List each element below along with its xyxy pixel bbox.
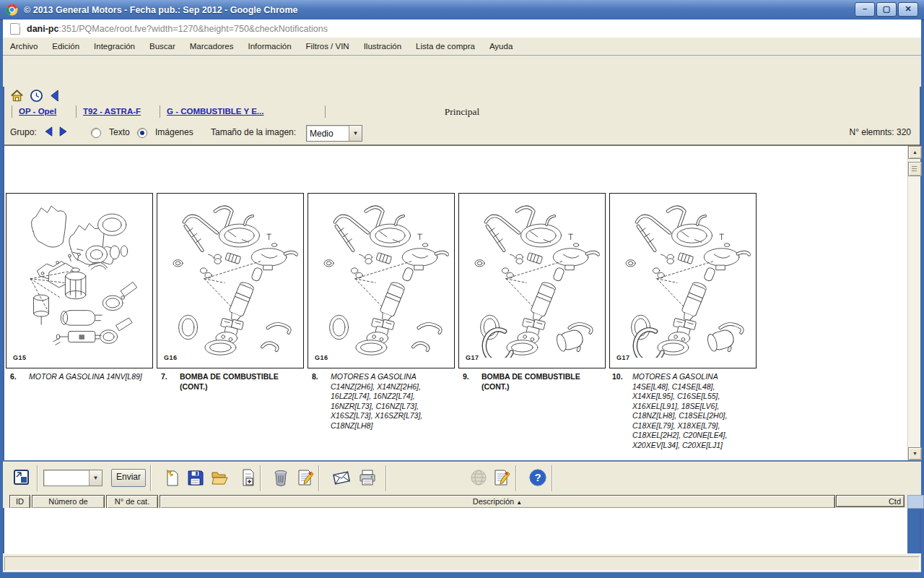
window-controls: – ▢ ✕ <box>855 2 918 17</box>
menu-ayuda[interactable]: Ayuda <box>482 42 520 51</box>
url-text[interactable]: dani-pc:351/PQMace/root.fve?width=1270&h… <box>27 24 328 34</box>
thumbnail-9[interactable]: G17 <box>458 193 606 368</box>
back-arrow-icon[interactable] <box>49 89 60 103</box>
radio-imagenes-label: Imágenes <box>155 127 193 137</box>
caption-number: 6. <box>10 372 27 381</box>
list-select-arrow-icon[interactable]: ▼ <box>89 470 102 486</box>
edit-list-icon[interactable] <box>296 468 315 487</box>
new-list-icon[interactable] <box>162 468 181 487</box>
figure-label: G15 <box>13 354 27 361</box>
caption-text: MOTORES A GASOLINA C14NZ[2H6], X14NZ[2H6… <box>331 372 450 431</box>
exploded-diagram <box>159 195 300 358</box>
globe-icon <box>469 468 488 487</box>
page-icon <box>10 23 20 35</box>
scroll-up-button[interactable]: ▲ <box>908 146 922 159</box>
radio-texto[interactable] <box>91 128 101 138</box>
menu-edicion[interactable]: Edición <box>45 42 87 51</box>
parts-table-header: ID Número de refacción N° de cat. Descri… <box>3 494 921 508</box>
open-icon[interactable] <box>210 468 229 487</box>
status-panel <box>4 556 920 571</box>
breadcrumb-make[interactable]: OP - Opel <box>19 107 56 116</box>
radio-imagenes[interactable] <box>137 128 147 138</box>
image-size-label: Tamaño de la imagen: <box>211 127 296 137</box>
thumbnail-6[interactable]: G15 <box>6 193 153 368</box>
notes-icon[interactable] <box>492 468 511 487</box>
url-path: :351/PQMace/root.fve?width=1270&height=7… <box>58 24 327 34</box>
scroll-down-button[interactable]: ▼ <box>908 447 922 460</box>
exploded-diagram <box>310 195 451 358</box>
col-header-description[interactable]: Descripción ▲ <box>160 495 835 509</box>
delete-icon[interactable] <box>271 468 290 487</box>
main-toolbar: VIN: ▼ Filtro activado Filtro UltraVIN a… <box>3 56 921 87</box>
breadcrumb-model[interactable]: T92 - ASTRA-F <box>83 107 141 116</box>
table-scrollbar-filler <box>907 495 924 509</box>
save-icon[interactable] <box>186 468 205 487</box>
detach-window-icon[interactable] <box>12 468 31 487</box>
print-icon[interactable] <box>358 468 377 487</box>
exploded-diagram <box>611 195 753 358</box>
menu-integracion[interactable]: Integración <box>87 42 142 51</box>
parts-table-body <box>4 508 907 553</box>
menu-bar: Archivo Edición Integración Buscar Marca… <box>3 38 921 56</box>
send-button[interactable]: Enviar <box>111 469 146 487</box>
col-header-qty[interactable]: Ctd <box>836 495 905 507</box>
col-header-id[interactable]: ID <box>9 495 30 509</box>
group-label: Grupo: <box>10 127 37 137</box>
url-host: dani-pc <box>27 24 58 34</box>
address-bar[interactable]: dani-pc:351/PQMace/root.fve?width=1270&h… <box>3 20 921 38</box>
image-size-select[interactable]: Medio ▼ <box>306 125 362 142</box>
thumbnail-7[interactable]: G16 <box>157 193 304 368</box>
size-select-arrow-icon[interactable]: ▼ <box>349 126 362 141</box>
scrollbar-thumb[interactable] <box>908 162 922 176</box>
chrome-window: { "window": { "title": "© 2013 General M… <box>0 0 924 578</box>
menu-filtros-vin[interactable]: Filtros / VIN <box>299 42 357 51</box>
menu-archivo[interactable]: Archivo <box>3 42 45 51</box>
figure-label: G17 <box>616 354 630 361</box>
help-icon[interactable] <box>528 468 547 487</box>
menu-informacion[interactable]: Información <box>241 42 299 51</box>
mail-icon[interactable] <box>332 468 351 487</box>
principal-tab: Principal <box>445 106 480 118</box>
vertical-scrollbar[interactable]: ▲ ▼ <box>907 146 920 460</box>
minimize-button[interactable]: – <box>855 2 875 17</box>
exploded-diagram <box>8 195 149 358</box>
next-group-icon[interactable] <box>58 126 68 137</box>
menu-lista-compra[interactable]: Lista de compra <box>409 42 482 51</box>
breadcrumb: OP - Opel T92 - ASTRA-F G - COMBUSTIBLE … <box>3 104 921 121</box>
menu-marcadores[interactable]: Marcadores <box>183 42 241 51</box>
status-bar <box>3 553 921 572</box>
image-size-value: Medio <box>307 129 349 139</box>
close-button[interactable]: ✕ <box>898 2 918 17</box>
col-header-part-number[interactable]: Número de refacción <box>32 495 105 509</box>
exploded-diagram <box>461 195 602 358</box>
list-select[interactable]: ▼ <box>43 470 103 486</box>
menu-ilustracion[interactable]: Ilustración <box>357 42 409 51</box>
elements-count: N° elemnts: 320 <box>849 127 911 137</box>
caption-text: BOMBA DE COMBUSTIBLE (CONT.) <box>481 372 601 392</box>
caption-number: 9. <box>463 372 480 381</box>
thumbnail-8[interactable]: G16 <box>308 193 455 368</box>
add-to-list-icon[interactable] <box>239 468 258 487</box>
caption-number: 8. <box>312 372 329 381</box>
figure-label: G17 <box>466 354 479 361</box>
window-titlebar: © 2013 General Motors - Fecha pub.: Sep … <box>0 0 924 20</box>
caption-number: 7. <box>161 372 178 381</box>
caption-text: MOTOR A GASOLINA 14NV[L89] <box>29 372 149 382</box>
radio-texto-label: Texto <box>109 127 130 137</box>
chrome-logo-icon <box>6 4 18 16</box>
caption-text: BOMBA DE COMBUSTIBLE (CONT.) <box>180 372 300 392</box>
home-icon[interactable] <box>10 89 24 103</box>
figure-label: G16 <box>315 354 328 361</box>
sort-asc-icon: ▲ <box>516 499 522 506</box>
figure-label: G16 <box>164 354 178 361</box>
thumbnail-10[interactable]: G17 <box>609 193 757 368</box>
breadcrumb-group[interactable]: G - COMBUSTIBLE Y E... <box>167 107 263 116</box>
caption-text: MOTORES A GASOLINA 14SE[L48], C14SE[L48]… <box>632 372 752 450</box>
col-header-cat-number[interactable]: N° de cat. <box>106 495 158 509</box>
history-clock-icon[interactable] <box>30 89 43 103</box>
shopping-list-toolbar: ▼ Enviar <box>3 460 921 495</box>
prev-group-icon[interactable] <box>44 126 53 137</box>
menu-buscar[interactable]: Buscar <box>142 42 183 51</box>
thumbnail-panel: G15 G16 G16 G17 G17 6. MOTOR A GASOLINA … <box>4 146 907 460</box>
maximize-button[interactable]: ▢ <box>876 2 897 17</box>
